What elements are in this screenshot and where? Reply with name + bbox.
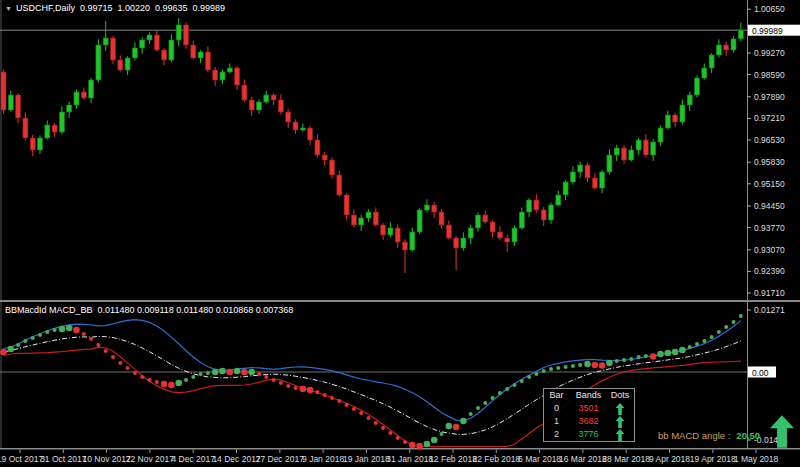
- macd-dot: [45, 330, 49, 334]
- candle-body: [220, 72, 225, 80]
- candle-body: [154, 35, 159, 50]
- price-tick-label: 0.93770: [754, 223, 785, 233]
- candle-body: [59, 112, 64, 132]
- table-row: 1 3682: [544, 415, 634, 428]
- macd-dot: [615, 359, 619, 363]
- macd-dot: [161, 381, 168, 388]
- macd-dot: [431, 437, 438, 444]
- time-axis-separator: [0, 448, 800, 450]
- candle-body: [257, 102, 262, 110]
- date-label: 19 Apr 2018: [690, 454, 736, 464]
- zero-level-tag-label: 0.00: [752, 368, 769, 378]
- price-tick-label: 0.96530: [754, 135, 785, 145]
- date-label: 12 Feb 2018: [429, 454, 477, 464]
- candle-body: [687, 95, 692, 105]
- macd-dot: [148, 378, 152, 382]
- price-tick-label: 1.00650: [754, 4, 785, 14]
- indicator-name-label: BBMacdId MACD_BB: [5, 305, 93, 315]
- date-label: 19 Jan 2018: [343, 454, 390, 464]
- col-header-bar: Bar: [544, 389, 569, 402]
- candle-body: [446, 225, 451, 238]
- macd-dot: [206, 371, 210, 375]
- date-label: 14 Dec 2017: [212, 454, 260, 464]
- macd-dot: [96, 343, 100, 347]
- macd-dot: [241, 369, 248, 376]
- chart-canvas[interactable]: 1.006500.992700.985900.978900.972100.965…: [0, 0, 800, 467]
- date-label: 22 Feb 2018: [472, 454, 520, 464]
- price-tick-label: 0.97210: [754, 113, 785, 123]
- macd-dot: [168, 382, 175, 389]
- macd-dot: [286, 384, 290, 388]
- macd-dot: [650, 353, 657, 360]
- price-tick-label: 0.92390: [754, 266, 785, 276]
- macd-dot: [330, 396, 334, 400]
- macd-dot: [315, 390, 319, 394]
- candle-body: [373, 212, 378, 225]
- bar-index: 0: [544, 402, 569, 415]
- candle-body: [403, 242, 408, 250]
- candle-body: [534, 200, 539, 210]
- price-tick-label: 0.95150: [754, 179, 785, 189]
- table-row: 0 3501: [544, 402, 634, 415]
- macd-dot: [359, 411, 363, 415]
- macd-dot: [592, 362, 599, 369]
- macd-dot: [82, 332, 86, 336]
- candle-body: [330, 160, 335, 175]
- indicator-values-label: 0.011480 0.009118 0.011480 0.010868 0.00…: [98, 305, 294, 315]
- macd-dot: [323, 393, 327, 397]
- macd-dot: [133, 371, 137, 375]
- macd-dot: [257, 372, 261, 376]
- candle-body: [205, 52, 210, 70]
- date-label: 4 Dec 2017: [171, 454, 215, 464]
- candle-body: [563, 182, 568, 195]
- macd-dot: [279, 381, 283, 385]
- up-arrow-icon: [615, 429, 625, 441]
- candle-body: [395, 228, 400, 242]
- macd-dot: [622, 358, 626, 362]
- macd-dot: [199, 372, 203, 376]
- macd-dot: [126, 366, 130, 370]
- macd-dot: [717, 330, 721, 334]
- close-value: 0.99989: [193, 3, 226, 13]
- indicator-tick-label: 0.01271: [754, 305, 785, 315]
- date-label: 16 Mar 2018: [559, 454, 607, 464]
- macd-dot: [688, 345, 692, 349]
- macd-dot: [155, 380, 159, 384]
- macd-dot: [374, 421, 378, 425]
- macd-dot: [637, 355, 641, 359]
- macd-dot: [73, 327, 80, 334]
- macd-dot: [739, 314, 743, 318]
- candle-body: [629, 150, 634, 160]
- candle-body: [235, 68, 240, 85]
- macd-dot: [300, 386, 307, 393]
- macd-dot: [337, 399, 341, 403]
- candle-body: [614, 148, 619, 155]
- macd-dot: [513, 383, 517, 387]
- trend-up-arrow-icon: [770, 415, 794, 448]
- macd-dot: [534, 372, 538, 376]
- candle-body: [424, 205, 429, 210]
- signal-table-header-row: Bar Bands Dots: [544, 389, 634, 402]
- macd-dot: [571, 364, 575, 368]
- candle-body: [527, 200, 532, 212]
- macd-dot: [352, 407, 356, 411]
- candle-body: [731, 39, 736, 50]
- macd-dot: [491, 396, 495, 400]
- candle-body: [549, 205, 554, 220]
- macd-dot: [53, 328, 57, 332]
- candle-body: [359, 218, 364, 225]
- candle-body: [322, 155, 327, 160]
- macd-dot: [403, 440, 407, 444]
- macd-dot: [272, 378, 276, 382]
- candle-body: [490, 222, 495, 232]
- chevron-down-icon[interactable]: ▼: [5, 5, 12, 12]
- candle-body: [388, 228, 393, 235]
- candle-body: [147, 35, 152, 40]
- candle-body: [191, 45, 196, 58]
- date-label: 1 May 2018: [734, 454, 779, 464]
- date-label: 19 Oct 2017: [0, 454, 43, 464]
- candle-body: [213, 70, 218, 80]
- candle-body: [636, 140, 641, 150]
- macd-dot: [416, 443, 423, 450]
- table-row: 2 3776: [544, 428, 634, 441]
